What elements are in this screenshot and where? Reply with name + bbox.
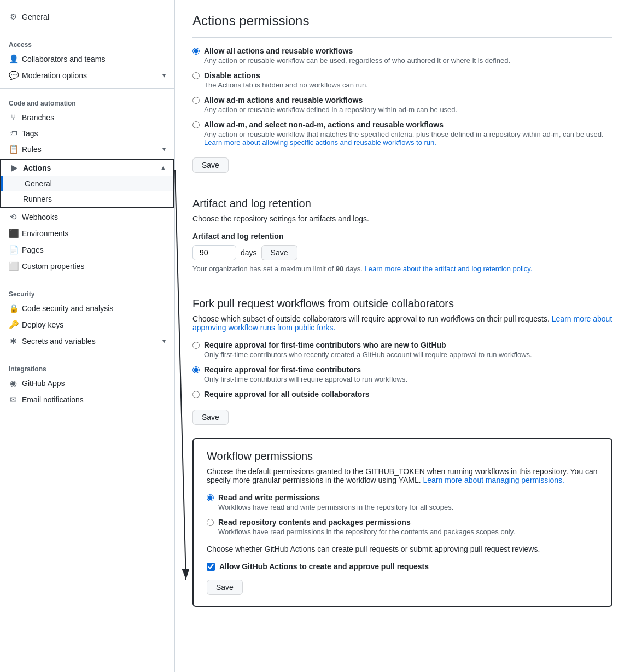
key-icon: 🔑 xyxy=(9,320,18,330)
radio-allow-adm-select-label[interactable]: Allow ad-m, and select non-ad-m, actions… xyxy=(204,120,612,129)
radio-require-new-label[interactable]: Require approval for first-time contribu… xyxy=(204,341,532,349)
radio-allow-all-input[interactable] xyxy=(192,48,200,55)
radio-require-new: Require approval for first-time contribu… xyxy=(192,341,612,359)
workflow-section-title: Workflow permissions xyxy=(207,450,598,463)
divider xyxy=(0,30,174,30)
sidebar-item-deploy-keys[interactable]: 🔑 Deploy keys xyxy=(0,317,174,333)
divider4 xyxy=(0,354,174,354)
actions-permissions-save-button[interactable]: Save xyxy=(192,157,229,173)
webhook-icon: ⟲ xyxy=(9,212,18,222)
allow-pr-label[interactable]: Allow GitHub Actions to create and appro… xyxy=(219,562,429,571)
sidebar-item-webhooks[interactable]: ⟲ Webhooks xyxy=(0,209,174,225)
workflow-learn-more-link[interactable]: Learn more about managing permissions. xyxy=(423,476,564,484)
artifact-days-input[interactable] xyxy=(192,245,236,260)
rules-icon: 📋 xyxy=(9,144,18,154)
divider3 xyxy=(0,279,174,279)
radio-allow-all: Allow all actions and reusable workflows… xyxy=(192,46,612,65)
sidebar-section-access: Access xyxy=(0,34,174,51)
sidebar-item-pages[interactable]: 📄 Pages xyxy=(0,242,174,258)
radio-require-new-desc: Only first-time contributors who recentl… xyxy=(204,350,532,359)
learn-more-actions-link[interactable]: Learn more about allowing specific actio… xyxy=(204,138,436,147)
pages-icon: 📄 xyxy=(9,245,18,255)
radio-allow-adm-input[interactable] xyxy=(192,97,200,104)
sidebar-item-tags[interactable]: 🏷 Tags xyxy=(0,125,174,141)
artifact-section-title: Artifact and log retention xyxy=(192,197,612,210)
radio-allow-adm-select-input[interactable] xyxy=(192,121,200,128)
radio-allow-adm-select-desc: Any action or reusable workflow that mat… xyxy=(204,130,612,147)
radio-require-all-label[interactable]: Require approval for all outside collabo… xyxy=(204,390,370,399)
radio-read-write: Read and write permissions Workflows hav… xyxy=(207,493,598,511)
divider2 xyxy=(0,88,174,89)
radio-disable-desc: The Actions tab is hidden and no workflo… xyxy=(204,81,368,89)
email-icon: ✉ xyxy=(9,395,18,405)
sidebar-item-general[interactable]: ⚙ General xyxy=(0,9,174,25)
chevron-down-icon2: ▾ xyxy=(162,145,166,153)
radio-allow-adm-select: Allow ad-m, and select non-ad-m, actions… xyxy=(192,120,612,147)
sidebar-item-secrets[interactable]: ✱ Secrets and variables ▾ xyxy=(0,333,174,349)
fork-workflows-section: Fork pull request workflows from outside… xyxy=(192,297,612,425)
artifact-save-button[interactable]: Save xyxy=(261,245,298,260)
sidebar-actions-group: ▶ Actions ▴ General Runners xyxy=(0,159,174,208)
radio-disable-label[interactable]: Disable actions xyxy=(204,71,368,80)
artifact-learn-more-link[interactable]: Learn more about the artifact and log re… xyxy=(365,265,533,273)
comment-icon: 💬 xyxy=(9,71,18,80)
sidebar-section-security: Security xyxy=(0,284,174,300)
radio-require-all-input[interactable] xyxy=(192,391,200,398)
actions-permissions-section: Allow all actions and reusable workflows… xyxy=(192,46,612,173)
shield-icon: 🔒 xyxy=(9,303,18,313)
radio-read-write-desc: Workflows have read and write permission… xyxy=(218,503,453,511)
radio-allow-all-desc: Any action or reusable workflow can be u… xyxy=(204,56,510,65)
sidebar-item-branches[interactable]: ⑂ Branches xyxy=(0,109,174,125)
sidebar-item-github-apps[interactable]: ◉ GitHub Apps xyxy=(0,375,174,391)
sidebar-item-code-security[interactable]: 🔒 Code security and analysis xyxy=(0,300,174,317)
radio-read-only-input[interactable] xyxy=(207,519,214,526)
radio-read-write-input[interactable] xyxy=(207,494,214,501)
radio-allow-adm-label[interactable]: Allow ad-m actions and reusable workflow… xyxy=(204,96,457,104)
env-icon: ⬛ xyxy=(9,229,18,238)
main-content: Actions permissions Allow all actions an… xyxy=(175,0,630,672)
workflow-permissions-section: Workflow permissions Choose the default … xyxy=(192,438,612,607)
artifact-field-label: Artifact and log retention xyxy=(192,232,612,241)
sidebar-section-code: Code and automation xyxy=(0,93,174,109)
radio-require-all: Require approval for all outside collabo… xyxy=(192,390,612,399)
sidebar-item-actions[interactable]: ▶ Actions ▴ xyxy=(1,160,173,176)
sidebar-item-rules[interactable]: 📋 Rules ▾ xyxy=(0,141,174,157)
workflow-checkbox-desc: Choose whether GitHub Actions can create… xyxy=(207,545,598,553)
actions-icon: ▶ xyxy=(10,163,19,173)
radio-allow-all-label[interactable]: Allow all actions and reusable workflows xyxy=(204,46,510,55)
app-icon: ◉ xyxy=(9,378,18,388)
sidebar-item-runners-sub[interactable]: Runners xyxy=(1,191,173,207)
workflow-save-button[interactable]: Save xyxy=(207,580,243,595)
radio-require-first-time-desc: Only first-time contributors will requir… xyxy=(204,375,407,383)
fork-section-desc: Choose which subset of outside collabora… xyxy=(192,314,612,332)
radio-read-only-label[interactable]: Read repository contents and packages pe… xyxy=(218,518,515,527)
fork-learn-more-link[interactable]: Learn more about approving workflow runs… xyxy=(192,314,612,332)
tag-icon: 🏷 xyxy=(9,128,18,138)
svg-line-1 xyxy=(175,170,186,580)
radio-read-write-label[interactable]: Read and write permissions xyxy=(218,493,453,502)
sidebar-item-email-notifications[interactable]: ✉ Email notifications xyxy=(0,391,174,408)
custom-icon: ⬜ xyxy=(9,261,18,271)
allow-pr-checkbox[interactable] xyxy=(207,563,215,571)
artifact-unit: days xyxy=(241,248,257,257)
radio-require-first-time-label[interactable]: Require approval for first-time contribu… xyxy=(204,365,407,374)
workflow-checkbox-option: Allow GitHub Actions to create and appro… xyxy=(207,562,598,571)
workflow-section-desc: Choose the default permissions granted t… xyxy=(207,467,598,484)
radio-require-first-time-input[interactable] xyxy=(192,366,200,373)
radio-disable-input[interactable] xyxy=(192,72,200,79)
radio-require-new-input[interactable] xyxy=(192,342,200,349)
fork-save-button[interactable]: Save xyxy=(192,410,229,425)
branch-icon: ⑂ xyxy=(9,113,18,122)
artifact-row: days Save xyxy=(192,245,612,260)
sidebar-item-custom-properties[interactable]: ⬜ Custom properties xyxy=(0,258,174,274)
sidebar-item-moderation[interactable]: 💬 Moderation options ▾ xyxy=(0,67,174,84)
chevron-down-icon3: ▾ xyxy=(162,337,166,345)
radio-read-only-desc: Workflows have read permissions in the r… xyxy=(218,528,515,536)
chevron-down-icon: ▾ xyxy=(162,72,166,79)
section-divider-2 xyxy=(192,284,612,284)
radio-read-only: Read repository contents and packages pe… xyxy=(207,518,598,536)
sidebar-item-collaborators[interactable]: 👤 Collaborators and teams xyxy=(0,51,174,67)
sidebar-item-environments[interactable]: ⬛ Environments xyxy=(0,225,174,242)
sidebar-item-general-sub[interactable]: General xyxy=(1,176,173,191)
gear-icon: ⚙ xyxy=(9,12,18,22)
